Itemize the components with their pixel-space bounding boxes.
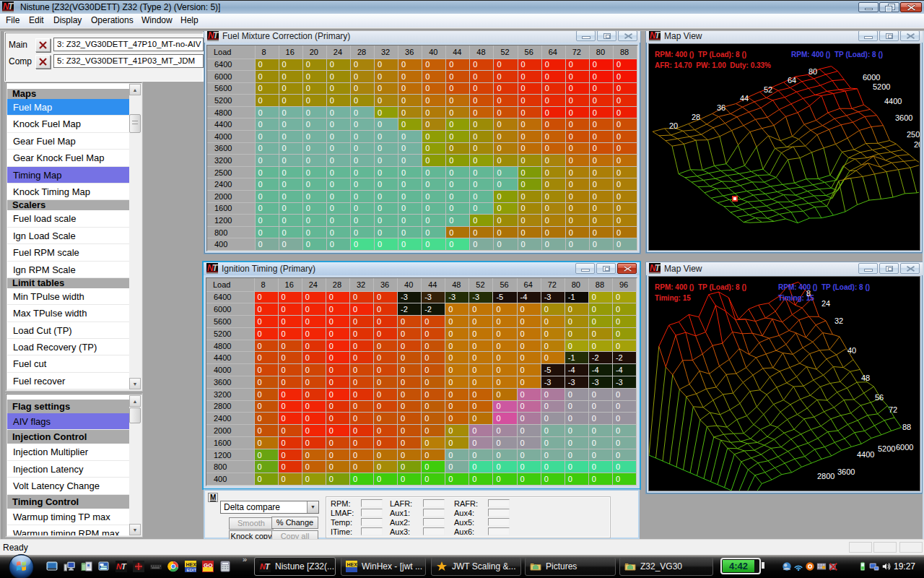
svg-text:GO: GO — [204, 562, 212, 569]
svg-text:EDIT: EDIT — [187, 568, 197, 572]
svg-text:HEX: HEX — [186, 562, 197, 567]
svg-text:HEX: HEX — [347, 562, 358, 567]
